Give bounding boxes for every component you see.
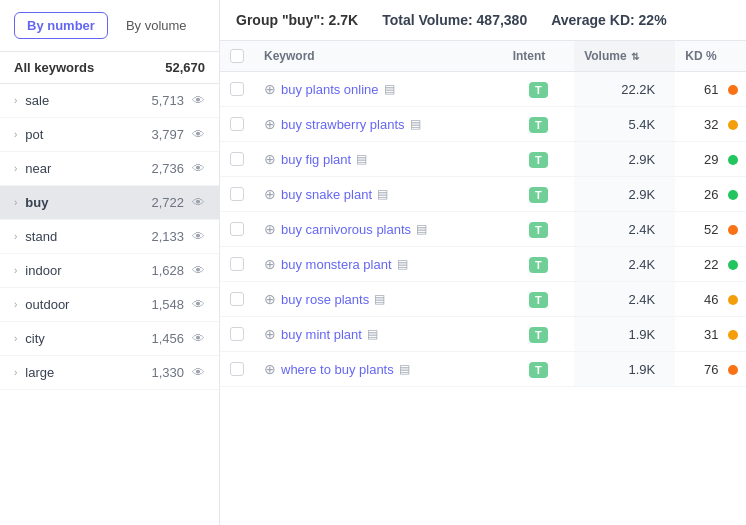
- keyword-link[interactable]: buy rose plants: [281, 292, 369, 307]
- keywords-table: Keyword Intent Volume ⇅ KD %: [220, 41, 746, 387]
- plus-circle-icon[interactable]: ⊕: [264, 221, 276, 237]
- col-checkbox: [220, 41, 254, 72]
- keyword-cell: ⊕ buy mint plant ▤: [254, 317, 503, 352]
- eye-icon[interactable]: 👁: [192, 93, 205, 108]
- eye-icon[interactable]: 👁: [192, 331, 205, 346]
- table-icon: ▤: [397, 257, 408, 271]
- row-checkbox[interactable]: [230, 117, 244, 131]
- volume-cell: 2.9K: [574, 142, 675, 177]
- table-icon: ▤: [374, 292, 385, 306]
- total-volume-label: Total Volume:: [382, 12, 472, 28]
- table-row: ⊕ buy rose plants ▤ T 2.4K 46: [220, 282, 746, 317]
- volume-cell: 2.4K: [574, 212, 675, 247]
- sidebar-item-indoor[interactable]: › indoor 1,628 👁: [0, 254, 219, 288]
- keyword-link[interactable]: buy carnivorous plants: [281, 222, 411, 237]
- total-volume-stat: Total Volume: 487,380: [382, 12, 527, 28]
- plus-circle-icon[interactable]: ⊕: [264, 361, 276, 377]
- sidebar-item-outdoor[interactable]: › outdoor 1,548 👁: [0, 288, 219, 322]
- keyword-link[interactable]: buy fig plant: [281, 152, 351, 167]
- eye-icon[interactable]: 👁: [192, 195, 205, 210]
- plus-circle-icon[interactable]: ⊕: [264, 186, 276, 202]
- row-checkbox[interactable]: [230, 222, 244, 236]
- intent-badge: T: [529, 222, 548, 238]
- sidebar-item-large[interactable]: › large 1,330 👁: [0, 356, 219, 390]
- sidebar-item-count: 2,736: [151, 161, 184, 176]
- row-checkbox[interactable]: [230, 257, 244, 271]
- plus-circle-icon[interactable]: ⊕: [264, 116, 276, 132]
- keyword-link[interactable]: buy monstera plant: [281, 257, 392, 272]
- volume-cell: 1.9K: [574, 352, 675, 387]
- chevron-icon: ›: [14, 265, 17, 276]
- sidebar-item-label: stand: [25, 229, 151, 244]
- row-checkbox-cell: [220, 142, 254, 177]
- plus-circle-icon[interactable]: ⊕: [264, 81, 276, 97]
- keyword-link[interactable]: where to buy plants: [281, 362, 394, 377]
- row-checkbox-cell: [220, 317, 254, 352]
- chevron-icon: ›: [14, 197, 17, 208]
- table-row: ⊕ buy mint plant ▤ T 1.9K 31: [220, 317, 746, 352]
- kd-dot: [728, 225, 738, 235]
- total-volume-value: 487,380: [477, 12, 528, 28]
- col-intent: Intent: [503, 41, 575, 72]
- kd-cell: 29: [675, 142, 746, 177]
- sidebar-item-count: 3,797: [151, 127, 184, 142]
- keyword-link[interactable]: buy strawberry plants: [281, 117, 405, 132]
- keyword-link[interactable]: buy plants online: [281, 82, 379, 97]
- row-checkbox[interactable]: [230, 362, 244, 376]
- kd-dot: [728, 295, 738, 305]
- sidebar-item-pot[interactable]: › pot 3,797 👁: [0, 118, 219, 152]
- eye-icon[interactable]: 👁: [192, 229, 205, 244]
- sidebar-item-stand[interactable]: › stand 2,133 👁: [0, 220, 219, 254]
- eye-icon[interactable]: 👁: [192, 263, 205, 278]
- sidebar-item-label: sale: [25, 93, 151, 108]
- volume-cell: 22.2K: [574, 72, 675, 107]
- main-header: Group "buy": 2.7K Total Volume: 487,380 …: [220, 0, 746, 41]
- intent-cell: T: [503, 72, 575, 107]
- col-volume[interactable]: Volume ⇅: [574, 41, 675, 72]
- table-icon: ▤: [367, 327, 378, 341]
- table-row: ⊕ buy plants online ▤ T 22.2K 61: [220, 72, 746, 107]
- plus-circle-icon[interactable]: ⊕: [264, 151, 276, 167]
- intent-badge: T: [529, 187, 548, 203]
- sidebar-item-near[interactable]: › near 2,736 👁: [0, 152, 219, 186]
- header-checkbox[interactable]: [230, 49, 244, 63]
- row-checkbox[interactable]: [230, 327, 244, 341]
- chevron-icon: ›: [14, 231, 17, 242]
- eye-icon[interactable]: 👁: [192, 365, 205, 380]
- sidebar-item-sale[interactable]: › sale 5,713 👁: [0, 84, 219, 118]
- sidebar-items-list: › sale 5,713 👁 › pot 3,797 👁 › near 2,73…: [0, 84, 219, 525]
- group-value: 2.7K: [329, 12, 359, 28]
- keyword-link[interactable]: buy mint plant: [281, 327, 362, 342]
- table-row: ⊕ buy snake plant ▤ T 2.9K 26: [220, 177, 746, 212]
- volume-cell: 1.9K: [574, 317, 675, 352]
- row-checkbox[interactable]: [230, 292, 244, 306]
- row-checkbox[interactable]: [230, 187, 244, 201]
- row-checkbox-cell: [220, 212, 254, 247]
- sidebar-item-city[interactable]: › city 1,456 👁: [0, 322, 219, 356]
- eye-icon[interactable]: 👁: [192, 161, 205, 176]
- row-checkbox-cell: [220, 177, 254, 212]
- sidebar-item-label: city: [25, 331, 151, 346]
- row-checkbox-cell: [220, 247, 254, 282]
- table-row: ⊕ buy monstera plant ▤ T 2.4K 22: [220, 247, 746, 282]
- sidebar-item-count: 1,548: [151, 297, 184, 312]
- eye-icon[interactable]: 👁: [192, 297, 205, 312]
- eye-icon[interactable]: 👁: [192, 127, 205, 142]
- keyword-cell: ⊕ buy rose plants ▤: [254, 282, 503, 317]
- intent-cell: T: [503, 177, 575, 212]
- keyword-link[interactable]: buy snake plant: [281, 187, 372, 202]
- sidebar-item-buy[interactable]: › buy 2,722 👁: [0, 186, 219, 220]
- by-volume-button[interactable]: By volume: [114, 13, 199, 38]
- row-checkbox[interactable]: [230, 82, 244, 96]
- plus-circle-icon[interactable]: ⊕: [264, 326, 276, 342]
- volume-cell: 5.4K: [574, 107, 675, 142]
- by-number-button[interactable]: By number: [14, 12, 108, 39]
- kd-cell: 61: [675, 72, 746, 107]
- plus-circle-icon[interactable]: ⊕: [264, 291, 276, 307]
- intent-badge: T: [529, 257, 548, 273]
- sort-icon: ⇅: [631, 51, 639, 62]
- row-checkbox[interactable]: [230, 152, 244, 166]
- kd-dot: [728, 190, 738, 200]
- plus-circle-icon[interactable]: ⊕: [264, 256, 276, 272]
- chevron-icon: ›: [14, 367, 17, 378]
